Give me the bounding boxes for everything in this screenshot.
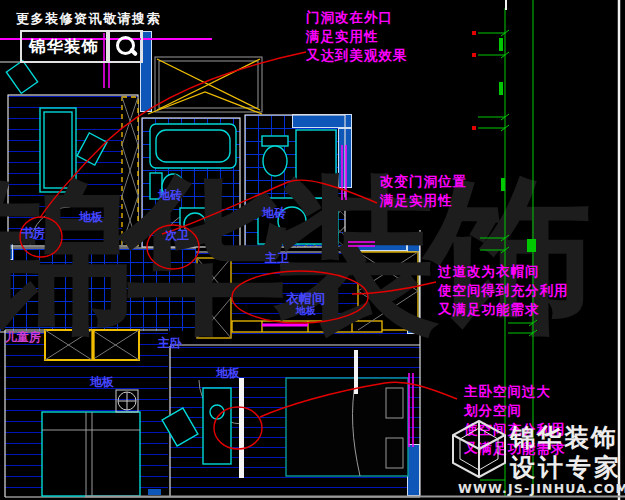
red-leader-lines: [20, 52, 457, 449]
annotation-line: 又达到美观效果: [306, 46, 408, 65]
room-label-kids-room: 儿童房: [5, 329, 41, 346]
room-label-second-bath: 次卫: [165, 227, 189, 244]
dimension-end-marks: [472, 31, 476, 130]
floor-label-wood: 地板: [216, 365, 240, 382]
footer-logo: 锦华装饰 设计专家 WWW.JS-JINHUA.COM: [450, 418, 625, 500]
annotation-line: 主卧空间过大: [464, 382, 566, 401]
annotation-line: 门洞改在外口: [306, 8, 408, 27]
floor-label-wood: 地板: [296, 304, 316, 318]
annotation-line: 满足实用性: [306, 27, 408, 46]
annotation-line: 使空间得到充分利用: [438, 281, 569, 300]
annotation-cloakroom: 过道改为衣帽间 使空间得到充分利用 又满足功能需求: [438, 262, 569, 319]
search-box: [108, 30, 143, 63]
floor-label-wood: 地板: [90, 374, 114, 391]
room-label-master-bedroom: 主卧: [158, 335, 182, 352]
annotation-door-opening: 门洞改在外口 满足实用性 又达到美观效果: [306, 8, 408, 65]
floor-label-wood: 地板: [79, 209, 103, 226]
footer-brand-text: 锦华装饰: [510, 421, 618, 454]
annotation-line: 满足实用性: [380, 191, 467, 210]
footer-subtitle-text: 设计专家: [510, 451, 622, 484]
brand-logo-box: 锦华装饰: [20, 30, 108, 63]
room-label-study: 书房: [21, 225, 45, 242]
annotation-change-door-position: 改变门洞位置 满足实用性: [380, 172, 467, 210]
cad-floorplan-screenshot: 锦华装饰: [0, 0, 625, 500]
annotation-line: 又满足功能需求: [438, 300, 569, 319]
header-tagline: 更多装修资讯敬请搜索: [16, 10, 161, 28]
cube-logo-icon: [450, 418, 508, 480]
room-label-master-bath: 主卫: [265, 250, 289, 267]
floor-label-tile: 地砖: [158, 187, 182, 204]
footer-website-text: WWW.JS-JINHUA.COM: [458, 481, 625, 496]
annotation-line: 改变门洞位置: [380, 172, 467, 191]
annotation-line: 过道改为衣帽间: [438, 262, 569, 281]
magnifier-icon-handle: [129, 47, 138, 56]
floor-label-tile: 地砖: [262, 205, 286, 222]
